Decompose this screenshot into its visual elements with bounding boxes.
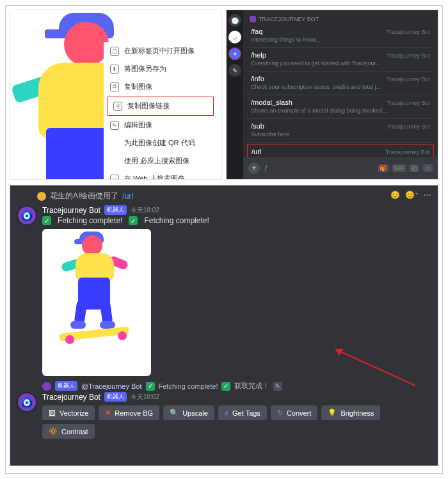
reply-reference: 机器人 @Tracejourney Bot ✓Fetching complete…: [42, 381, 431, 391]
browser-image-panel: ▢在新标签页中打开图像 ⬇将图像另存为 ⧉复制图像 ⎘复制图像链接 ✎编辑图像 …: [10, 10, 222, 180]
reaction-icon[interactable]: 😊: [390, 191, 400, 200]
context-menu: ▢在新标签页中打开图像 ⬇将图像另存为 ⧉复制图像 ⎘复制图像链接 ✎编辑图像 …: [104, 42, 218, 180]
check-icon: ✓: [129, 216, 138, 225]
attach-button[interactable]: +: [248, 162, 260, 174]
bot-username[interactable]: Tracejourney Bot: [42, 393, 100, 402]
more-icon[interactable]: ⋯: [424, 191, 431, 200]
message-input-bar: + / 🎁 GIF ◰ ☺: [243, 157, 438, 179]
reaction-add-icon[interactable]: 😊⁺: [405, 191, 419, 200]
open-tab-icon: ▢: [110, 47, 119, 56]
contrast-icon: 🔆: [49, 427, 58, 436]
rail-edit-icon[interactable]: ✎: [228, 64, 241, 77]
input-text[interactable]: /: [265, 164, 267, 173]
bot-tag: 机器人: [104, 392, 127, 402]
tags-icon: #: [225, 409, 228, 417]
link-icon: ⎘: [113, 102, 122, 111]
vectorize-button[interactable]: 🖼Vectorize: [42, 405, 95, 420]
check-icon: ✓: [146, 382, 155, 391]
timestamp: 今天18:02: [131, 393, 159, 402]
upscale-button[interactable]: 🔍Upscale: [163, 405, 214, 420]
convert-button[interactable]: ↻Convert: [271, 405, 318, 420]
cmd-modal-slash[interactable]: /modal_slashTracejourney Bot Shows an ex…: [247, 95, 434, 119]
upscale-icon: 🔍: [170, 409, 179, 417]
cm-search-bing[interactable]: 使用 必应上搜索图像: [104, 152, 218, 170]
gettags-button[interactable]: #Get Tags: [218, 405, 267, 420]
brightness-button[interactable]: 💡Brightness: [321, 405, 380, 420]
bot-avatar[interactable]: 🧿: [17, 392, 37, 412]
cmd-sub[interactable]: /subTracejourney Bot Subscribe here: [247, 119, 434, 143]
used-command-line: 花生的AI绘画使用了 /url: [37, 191, 431, 201]
check-icon: ✓: [221, 382, 230, 391]
bot-username[interactable]: Tracejourney Bot: [42, 206, 100, 215]
gift-icon[interactable]: 🎁: [378, 164, 388, 172]
copy-icon: ⧉: [110, 82, 119, 91]
check-icon: ✓: [42, 216, 51, 225]
contrast-button[interactable]: 🔆Contrast: [42, 424, 95, 439]
bot-badge-icon: [250, 16, 256, 22]
cm-save-as[interactable]: ⬇将图像另存为: [104, 60, 218, 78]
cmd-info[interactable]: /infoTracejourney Bot Check your subscri…: [247, 72, 434, 95]
emoji-icon[interactable]: ☺: [423, 164, 433, 172]
cm-edit-image[interactable]: ✎编辑图像: [104, 116, 218, 134]
server-rail: 🕘 ◕ ✦ ✎: [227, 10, 243, 179]
edit-icon: ✎: [110, 121, 119, 130]
cmd-help[interactable]: /helpTracejourney Bot Everything you nee…: [247, 48, 434, 72]
rail-clock-icon[interactable]: 🕘: [228, 14, 241, 27]
cm-search-web[interactable]: ☆在 Web 上搜索图像: [104, 170, 218, 180]
save-icon: ⬇: [110, 65, 119, 74]
removebg-icon: ✖: [105, 409, 111, 417]
timestamp: 今天18:02: [131, 206, 159, 215]
brightness-icon: 💡: [328, 409, 337, 417]
edited-icon: ✎: [273, 382, 282, 391]
vectorize-icon: 🖼: [49, 409, 56, 417]
search-icon: ☆: [110, 175, 119, 180]
user-avatar-small-icon: [37, 192, 46, 201]
command-list-header: TRACEJOURNEY BOT: [247, 14, 434, 24]
action-buttons: 🖼Vectorize ✖Remove BG 🔍Upscale #Get Tags…: [42, 405, 431, 439]
convert-icon: ↻: [277, 409, 283, 417]
result-image[interactable]: [42, 229, 151, 376]
gif-icon[interactable]: GIF: [392, 164, 406, 172]
cm-open-new-tab[interactable]: ▢在新标签页中打开图像: [104, 42, 218, 60]
cmd-faq[interactable]: /faqTracejourney Bot Interesting things …: [247, 24, 434, 48]
reply-avatar-icon: [42, 382, 51, 391]
cm-copy-link-highlight: ⎘复制图像链接: [108, 97, 214, 116]
discord-chat-panel: 😊 😊⁺ ⋯ 花生的AI绘画使用了 /url 🧿 Tracejourney Bo…: [10, 185, 438, 466]
removebg-button[interactable]: ✖Remove BG: [99, 405, 159, 420]
discord-command-panel: 🕘 ◕ ✦ ✎ TRACEJOURNEY BOT /faqTracejourne…: [226, 10, 438, 180]
bot-avatar[interactable]: 🧿: [17, 205, 37, 226]
rail-avatar[interactable]: ◕: [228, 31, 241, 43]
bot-tag: 机器人: [104, 205, 127, 215]
sticker-icon[interactable]: ◰: [410, 164, 419, 172]
cm-qr-code[interactable]: 为此图像创建 QR 代码: [104, 134, 218, 152]
cm-copy-image[interactable]: ⧉复制图像: [104, 78, 218, 96]
rail-selected-bot[interactable]: ✦: [228, 47, 241, 60]
cm-copy-link[interactable]: ⎘复制图像链接: [109, 98, 212, 114]
